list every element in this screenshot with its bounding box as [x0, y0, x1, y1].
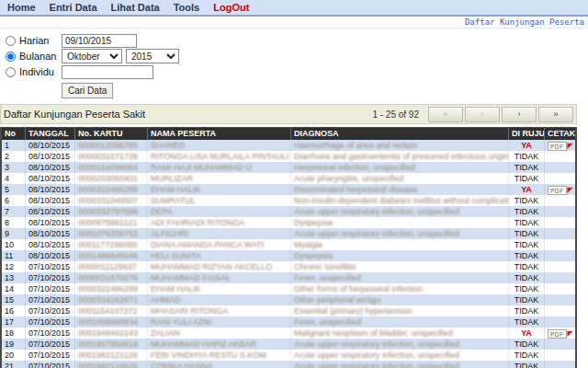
- menu-item-lihat-data[interactable]: Lihat Data: [111, 2, 160, 13]
- pdf-icon[interactable]: ◤: [568, 186, 573, 194]
- row-number: 13: [2, 272, 26, 283]
- print-pdf-button[interactable]: PDF: [548, 186, 567, 195]
- referred-status: TIDAK: [509, 228, 545, 239]
- visit-date: 07/10/2015: [26, 328, 75, 339]
- last-page-button[interactable]: »: [538, 107, 573, 122]
- visit-date: 07/10/2015: [26, 272, 75, 283]
- participant-name: RITONGA LISA NURLAILA PINTAULI: [148, 151, 291, 162]
- card-number: 0001982121128: [75, 350, 148, 361]
- visit-date: 08/10/2015: [26, 162, 75, 173]
- table-row: 2107/10/20150001982124625CONIKA HASNAAcu…: [2, 361, 575, 368]
- row-number: 17: [2, 316, 26, 328]
- visits-table: No TANGGAL No. KARTU NAMA PESERTA DIAGNO…: [0, 127, 577, 368]
- col-header-diagnosa: DIAGNOSA: [291, 128, 509, 140]
- individu-label: Individu: [19, 66, 62, 77]
- card-number: 0000331049507: [75, 195, 148, 206]
- visit-date: 08/10/2015: [26, 206, 75, 217]
- table-row: 1907/10/20150001957950818MUHAMMAD HAFIZ …: [2, 339, 575, 350]
- diagnosis: Myalgia: [291, 239, 509, 250]
- menu-item-entri-data[interactable]: Entri Data: [50, 2, 97, 13]
- bulanan-radio[interactable]: [6, 52, 16, 62]
- table-row: 1507/10/20150000334262671AHMADOther peri…: [2, 294, 575, 305]
- referred-status: TIDAK: [509, 272, 545, 283]
- row-number: 6: [2, 195, 26, 206]
- bulanan-row: Bulanan Oktober 2015: [6, 49, 588, 63]
- card-number: 0001154107272: [75, 305, 148, 316]
- participant-name: ALFICHRI: [148, 228, 291, 239]
- print-cell: [545, 228, 575, 239]
- list-title: Daftar Kunjungan Peserta Sakit: [4, 109, 372, 120]
- visit-date: 08/10/2015: [26, 184, 75, 195]
- diagnosis: Fever, unspecified: [291, 316, 509, 328]
- referred-status: YA: [509, 140, 545, 151]
- referred-status: TIDAK: [509, 361, 545, 368]
- pdf-icon[interactable]: ◤: [568, 329, 573, 338]
- table-row: 108/10/20150000012096785SHANEDHaemorrhag…: [2, 140, 575, 151]
- row-number: 5: [2, 184, 26, 195]
- print-cell: [545, 162, 575, 173]
- menu-item-logout[interactable]: LogOut: [213, 2, 249, 13]
- pdf-icon[interactable]: ◤: [568, 142, 573, 150]
- harian-date-input[interactable]: [62, 34, 137, 48]
- menu-item-tools[interactable]: Tools: [174, 2, 200, 13]
- table-row: 1307/10/20150000031670276MUHAMMAD FAISAL…: [2, 272, 575, 283]
- table-row: 1108/10/20150001486845046HELI SUNITADysp…: [2, 250, 575, 261]
- diagnosis: Disseminated herpesviral disease: [291, 184, 509, 195]
- menu-item-home[interactable]: Home: [7, 2, 36, 13]
- print-cell: [545, 294, 575, 305]
- visit-date: 07/10/2015: [26, 283, 75, 294]
- referred-status: TIDAK: [509, 283, 545, 294]
- print-cell: [545, 239, 575, 250]
- print-pdf-button[interactable]: PDF: [548, 329, 567, 339]
- individu-radio[interactable]: [6, 67, 16, 77]
- prev-page-button[interactable]: ‹: [465, 107, 500, 122]
- referred-status: TIDAK: [509, 250, 545, 261]
- referred-status: TIDAK: [509, 206, 545, 217]
- diagnosis: Non-insulin-dependent diabetes mellitus …: [291, 195, 509, 206]
- card-number: 0001177286055: [75, 239, 148, 250]
- participant-name: MUHAMMAD HAFIZ AKBAR: [148, 339, 291, 350]
- card-number: 0001008880834: [75, 316, 148, 328]
- month-select[interactable]: Oktober: [62, 49, 122, 63]
- harian-radio[interactable]: [6, 36, 16, 46]
- first-page-button[interactable]: «: [428, 107, 463, 122]
- row-number: 21: [2, 361, 26, 368]
- row-number: 16: [2, 305, 26, 316]
- cari-data-button[interactable]: Cari Data: [62, 83, 113, 98]
- table-row: 1607/10/20150001154107272MHASARI RITONGA…: [2, 305, 575, 316]
- referred-status: YA: [509, 184, 545, 195]
- card-number: 0000322486289: [75, 283, 148, 294]
- table-row: 708/10/20150000332797598DEPAAcute upper …: [2, 206, 575, 217]
- referred-status: TIDAK: [509, 217, 545, 228]
- col-header-no: No: [2, 128, 26, 140]
- print-cell: [545, 305, 575, 316]
- record-range: 1 - 25 of 92: [372, 109, 419, 120]
- filter-form: Harian Bulanan Oktober 2015 Individu Car…: [0, 29, 588, 98]
- diagnosis: Fever, unspecified: [291, 272, 509, 283]
- table-row: 608/10/20150000331049507SUMRATULNon-insu…: [2, 195, 575, 206]
- table-row: 1807/10/20150001948462243ZALIANMalignant…: [2, 328, 575, 339]
- card-number: 0001982124625: [75, 361, 148, 368]
- participant-name: MURLIZAR: [148, 173, 291, 184]
- print-cell: PDF◤: [545, 184, 575, 195]
- card-number: 0000031670276: [75, 272, 148, 283]
- row-number: 9: [2, 228, 26, 239]
- participant-name: RANI YULI AZNI: [148, 316, 291, 328]
- card-number: 0000203050401: [75, 173, 148, 184]
- diagnosis: Dyspepsia: [291, 250, 509, 261]
- print-pdf-button[interactable]: PDF: [548, 142, 567, 151]
- participant-name: EHAM HALIK: [148, 283, 291, 294]
- diagnosis: Herpesviral infection, unspecified: [291, 162, 509, 173]
- col-header-nama: NAMA PESERTA: [148, 128, 291, 140]
- card-number: 0001076208752: [75, 228, 148, 239]
- individu-input[interactable]: [62, 65, 153, 79]
- participant-name: DIANA AMANDA PANCA WATI: [148, 239, 291, 250]
- next-page-button[interactable]: ›: [502, 107, 537, 122]
- diagnosis: Acute pharyngitis, unspecified: [291, 173, 509, 184]
- table-row: 508/10/20150000322486289EHAM HALIKDissem…: [2, 184, 575, 195]
- card-number: 0000011125637: [75, 261, 148, 272]
- card-number: 0000154098064: [75, 162, 148, 173]
- row-number: 15: [2, 294, 26, 305]
- year-select[interactable]: 2015: [126, 49, 179, 63]
- visit-date: 07/10/2015: [26, 316, 75, 328]
